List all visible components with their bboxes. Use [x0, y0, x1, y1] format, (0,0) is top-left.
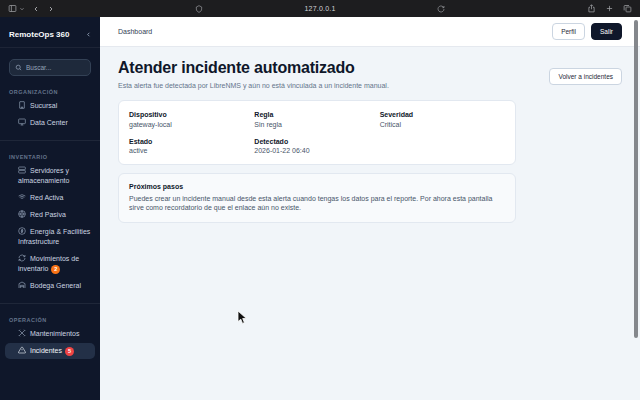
chevron-left-icon — [32, 5, 40, 13]
field-dispositivo: Dispositivo gateway-local — [129, 111, 254, 128]
alert-triangle-icon — [18, 346, 26, 354]
sidebar-collapse-button[interactable] — [85, 31, 92, 38]
field-regla: Regla Sin regla — [254, 111, 379, 128]
browser-share-button[interactable] — [587, 4, 596, 13]
sidebar: RemoteOps 360 ORGANIZACIÓN Sucursal Data… — [0, 17, 100, 400]
nav-label: Red Pasiva — [30, 211, 66, 218]
incident-details-card: Dispositivo gateway-local Regla Sin regl… — [118, 100, 516, 165]
browser-tabs-button[interactable] — [623, 4, 632, 13]
field-label: Regla — [254, 111, 379, 118]
next-steps-body: Puedes crear un incidente manual desde e… — [129, 194, 501, 213]
field-label: Severidad — [380, 111, 505, 118]
field-value: Sin regla — [254, 121, 379, 128]
nav-label: Incidentes — [30, 347, 62, 354]
topbar: Dashboard Perfil Salir — [100, 17, 640, 47]
sidebar-item-red-activa[interactable]: Red Activa — [5, 190, 95, 206]
chevron-down-icon — [19, 6, 25, 12]
page-subtitle: Esta alerta fue detectada por LibreNMS y… — [118, 82, 389, 89]
sidebar-item-energia[interactable]: Energía & Facilities Infrastructure — [5, 224, 95, 250]
profile-button[interactable]: Perfil — [552, 23, 585, 40]
plus-icon — [605, 4, 614, 13]
section-label-operacion: OPERACIÓN — [9, 317, 91, 323]
sidebar-item-servidores[interactable]: Servidores y almacenamiento — [5, 163, 95, 189]
app-title: RemoteOps 360 — [9, 30, 69, 39]
reload-icon — [437, 5, 445, 13]
wifi-icon — [18, 193, 26, 201]
sidebar-item-sucursal[interactable]: Sucursal — [5, 98, 95, 114]
nav-label: Mantenimientos — [30, 330, 79, 337]
section-label-inventario: INVENTARIO — [9, 154, 91, 160]
main-area: Dashboard Perfil Salir Atender incidente… — [100, 17, 640, 400]
sidebar-item-movimientos[interactable]: Movimientos de inventario2 — [5, 251, 95, 277]
sidebar-search — [9, 59, 91, 76]
field-severidad: Severidad Critical — [380, 111, 505, 128]
address-bar[interactable]: 127.0.0.1 — [305, 5, 336, 12]
nav-label: Energía & Facilities Infrastructure — [18, 228, 90, 245]
sidebar-divider — [0, 140, 100, 141]
server-icon — [18, 166, 26, 174]
section-label-organizacion: ORGANIZACIÓN — [9, 89, 91, 95]
breadcrumb[interactable]: Dashboard — [118, 28, 152, 35]
search-input[interactable] — [26, 64, 85, 71]
chevron-right-icon — [47, 5, 55, 13]
sidebar-item-red-pasiva[interactable]: Red Pasiva — [5, 207, 95, 223]
chevron-left-icon — [85, 31, 92, 38]
field-detectado: Detectado 2026-01-22 06:40 — [254, 138, 379, 155]
sidebar-item-data-center[interactable]: Data Center — [5, 115, 95, 131]
field-value: gateway-local — [129, 121, 254, 128]
page-content: Atender incidente automatizado Esta aler… — [100, 47, 640, 235]
browser-sidebar-toggle-button[interactable] — [8, 4, 25, 13]
nav-label: Movimientos de inventario — [18, 255, 79, 272]
browser-reload-button[interactable] — [437, 5, 445, 13]
search-icon — [15, 64, 22, 71]
field-estado: Estado active — [129, 138, 254, 155]
tabs-overview-icon — [623, 4, 632, 13]
sidebar-item-bodega[interactable]: Bodega General — [5, 278, 95, 294]
field-label: Dispositivo — [129, 111, 254, 118]
globe-icon — [18, 210, 26, 218]
sidebar-divider — [0, 303, 100, 304]
field-label: Detectado — [254, 138, 379, 145]
field-value: active — [129, 147, 254, 154]
share-icon — [587, 4, 596, 13]
tools-icon — [18, 329, 26, 337]
nav-label: Red Activa — [30, 194, 63, 201]
browser-chrome: 127.0.0.1 — [0, 0, 640, 17]
field-value: Critical — [380, 121, 505, 128]
monitor-icon — [18, 118, 26, 126]
building-icon — [18, 101, 26, 109]
incidentes-badge: 5 — [65, 347, 74, 356]
sidebar-item-incidentes[interactable]: Incidentes5 — [5, 343, 95, 359]
browser-new-tab-button[interactable] — [605, 4, 614, 13]
next-steps-title: Próximos pasos — [129, 183, 505, 190]
nav-label: Bodega General — [30, 282, 81, 289]
warehouse-icon — [18, 281, 26, 289]
field-value: 2026-01-22 06:40 — [254, 147, 379, 154]
sidebar-item-mantenimientos[interactable]: Mantenimientos — [5, 326, 95, 342]
zap-circle-icon — [18, 227, 26, 235]
nav-label: Sucursal — [30, 102, 57, 109]
browser-forward-button[interactable] — [47, 5, 55, 13]
browser-back-button[interactable] — [32, 5, 40, 13]
logout-button[interactable]: Salir — [591, 23, 622, 40]
mouse-cursor — [237, 310, 248, 325]
page-title: Atender incidente automatizado — [118, 59, 389, 77]
shield-icon — [195, 5, 203, 13]
panel-left-icon — [8, 4, 17, 13]
nav-label: Data Center — [30, 119, 68, 126]
next-steps-card: Próximos pasos Puedes crear un incidente… — [118, 173, 516, 223]
scrollbar[interactable] — [634, 20, 638, 338]
back-to-incidents-button[interactable]: Volver a incidentes — [549, 68, 622, 85]
refresh-icon — [18, 254, 26, 262]
movimientos-badge: 2 — [51, 265, 60, 274]
field-label: Estado — [129, 138, 254, 145]
